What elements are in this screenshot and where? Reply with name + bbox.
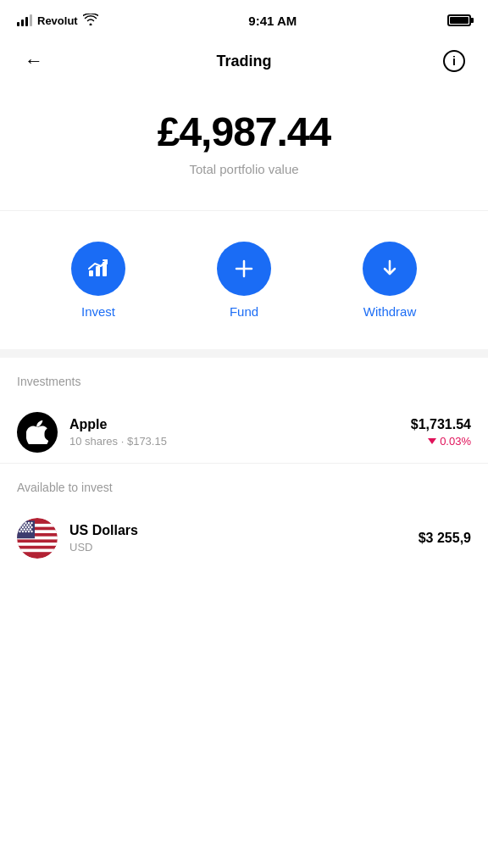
apple-name: Apple bbox=[69, 417, 411, 432]
fund-action[interactable]: Fund bbox=[217, 242, 271, 319]
svg-point-26 bbox=[30, 526, 32, 528]
svg-point-24 bbox=[25, 526, 26, 528]
svg-rect-10 bbox=[17, 542, 58, 546]
withdraw-label: Withdraw bbox=[363, 304, 417, 319]
available-section: Available to invest bbox=[0, 464, 488, 569]
status-bar: Revolut 9:41 AM bbox=[0, 0, 488, 37]
apple-info: Apple 10 shares · $173.15 bbox=[69, 417, 411, 448]
svg-rect-11 bbox=[17, 549, 58, 553]
available-label: Available to invest bbox=[17, 481, 471, 494]
fund-label: Fund bbox=[230, 304, 258, 319]
svg-point-28 bbox=[24, 528, 25, 530]
svg-point-16 bbox=[28, 522, 30, 524]
svg-point-13 bbox=[19, 522, 20, 524]
portfolio-amount: £4,987.44 bbox=[17, 108, 471, 155]
status-left: Revolut bbox=[17, 14, 98, 28]
withdraw-icon bbox=[378, 257, 402, 281]
invest-button[interactable] bbox=[71, 242, 125, 296]
svg-point-33 bbox=[25, 531, 26, 532]
invest-action[interactable]: Invest bbox=[71, 242, 125, 319]
invest-icon bbox=[86, 257, 110, 281]
svg-point-22 bbox=[19, 526, 20, 528]
info-circle-icon: i bbox=[443, 50, 465, 72]
svg-point-29 bbox=[26, 528, 28, 530]
portfolio-label: Total portfolio value bbox=[17, 162, 471, 176]
us-flag-icon bbox=[17, 518, 58, 559]
svg-point-17 bbox=[30, 522, 32, 524]
table-row[interactable]: Apple 10 shares · $173.15 $1,731.54 0.03… bbox=[17, 402, 471, 463]
svg-point-23 bbox=[22, 526, 24, 528]
wifi-icon bbox=[83, 14, 98, 28]
svg-point-30 bbox=[30, 528, 31, 530]
fund-button[interactable] bbox=[217, 242, 271, 296]
page-title: Trading bbox=[216, 53, 271, 70]
actions-section: Invest Fund Withdraw bbox=[0, 211, 488, 349]
svg-rect-1 bbox=[96, 266, 100, 276]
usd-info: US Dollars USD bbox=[69, 523, 419, 554]
svg-point-19 bbox=[24, 524, 25, 526]
investments-section: Investments Apple 10 shares · $173.15 $1… bbox=[0, 358, 488, 463]
svg-point-31 bbox=[19, 531, 20, 532]
apple-change-value: 0.03% bbox=[440, 435, 471, 448]
svg-rect-0 bbox=[89, 270, 93, 276]
usd-row[interactable]: US Dollars USD $3 255,9 bbox=[17, 508, 471, 569]
withdraw-button[interactable] bbox=[363, 242, 417, 296]
investments-label: Investments bbox=[17, 375, 471, 388]
down-triangle-icon bbox=[428, 438, 436, 444]
usd-amount: $3 255,9 bbox=[419, 531, 471, 546]
status-time: 9:41 AM bbox=[248, 14, 297, 28]
header: ← Trading i bbox=[0, 37, 488, 92]
back-arrow-icon: ← bbox=[25, 50, 43, 72]
carrier-label: Revolut bbox=[37, 14, 78, 27]
usd-name: US Dollars bbox=[69, 523, 419, 538]
svg-point-34 bbox=[28, 531, 30, 532]
svg-point-21 bbox=[30, 524, 31, 526]
svg-point-25 bbox=[28, 526, 30, 528]
battery-icon bbox=[447, 14, 471, 26]
svg-point-27 bbox=[20, 528, 22, 530]
portfolio-section: £4,987.44 Total portfolio value bbox=[0, 92, 488, 210]
info-button[interactable]: i bbox=[437, 44, 471, 78]
apple-logo-icon bbox=[17, 412, 58, 453]
section-divider bbox=[0, 349, 488, 358]
withdraw-action[interactable]: Withdraw bbox=[363, 242, 417, 319]
usd-detail: USD bbox=[69, 541, 419, 554]
apple-amount: $1,731.54 bbox=[411, 417, 471, 432]
svg-point-32 bbox=[22, 531, 24, 532]
apple-change: 0.03% bbox=[411, 435, 471, 448]
signal-icon bbox=[17, 14, 32, 26]
apple-detail: 10 shares · $173.15 bbox=[69, 435, 411, 448]
apple-values: $1,731.54 0.03% bbox=[411, 417, 471, 448]
svg-point-35 bbox=[30, 531, 32, 532]
svg-point-18 bbox=[20, 524, 22, 526]
svg-point-15 bbox=[25, 522, 26, 524]
usd-values: $3 255,9 bbox=[419, 531, 471, 546]
invest-label: Invest bbox=[81, 304, 115, 319]
back-button[interactable]: ← bbox=[17, 44, 51, 78]
fund-icon bbox=[232, 257, 256, 281]
svg-point-14 bbox=[22, 522, 24, 524]
svg-point-20 bbox=[26, 524, 28, 526]
